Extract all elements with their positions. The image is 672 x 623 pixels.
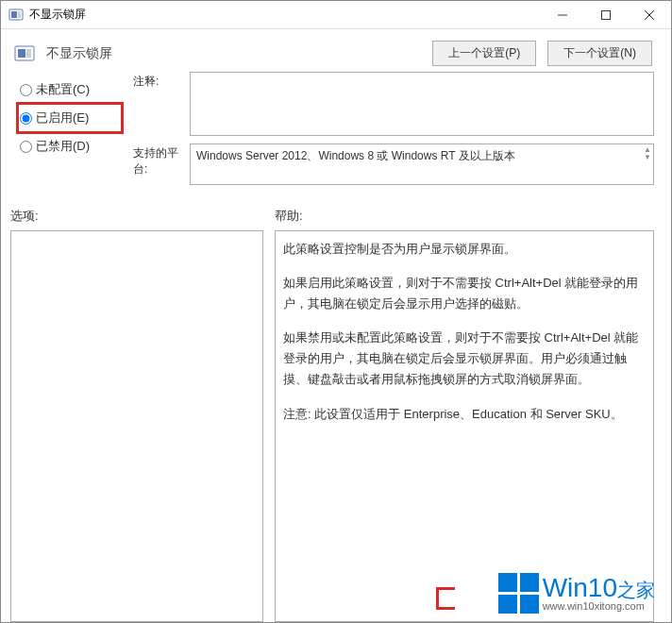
platform-field: 支持的平台: Windows Server 2012、Windows 8 或 W… (133, 143, 654, 185)
help-paragraph: 注意: 此设置仅适用于 Enterprise、Education 和 Serve… (283, 404, 646, 425)
radio-enabled[interactable]: 已启用(E) (18, 104, 122, 132)
window-title: 不显示锁屏 (29, 7, 541, 23)
supported-platform-box[interactable]: Windows Server 2012、Windows 8 或 Windows … (190, 143, 654, 185)
ok-button-highlight-fragment (436, 587, 455, 610)
state-radio-group: 未配置(C) 已启用(E) 已禁用(D) (18, 72, 122, 193)
comment-label: 注释: (133, 72, 190, 90)
titlebar: 不显示锁屏 (1, 1, 671, 29)
radio-enabled-input[interactable] (20, 112, 32, 125)
svg-rect-9 (26, 49, 31, 58)
svg-rect-8 (18, 49, 25, 58)
help-column: 帮助: 此策略设置控制是否为用户显示锁屏界面。 如果启用此策略设置，则对于不需要… (275, 202, 654, 622)
platform-spinner[interactable]: ▲ ▼ (644, 146, 651, 161)
minimize-button[interactable] (541, 1, 584, 28)
policy-editor-window: 不显示锁屏 不显示锁屏 上一个设置(P) 下一个设置(N) 未配置(C) (0, 0, 672, 623)
svg-rect-4 (602, 10, 611, 19)
platform-value: Windows Server 2012、Windows 8 或 Windows … (196, 149, 515, 162)
body-row: 选项: 帮助: 此策略设置控制是否为用户显示锁屏界面。 如果启用此策略设置，则对… (1, 196, 671, 622)
radio-disabled-input[interactable] (20, 141, 32, 153)
toolbar: 不显示锁屏 上一个设置(P) 下一个设置(N) (1, 29, 671, 72)
radio-not-configured-label: 未配置(C) (36, 81, 90, 98)
radio-disabled[interactable]: 已禁用(D) (18, 132, 122, 160)
svg-rect-1 (11, 11, 17, 18)
platform-label: 支持的平台: (133, 143, 190, 177)
comment-textarea[interactable] (190, 72, 654, 136)
window-controls (541, 1, 671, 28)
help-label: 帮助: (275, 202, 654, 230)
radio-enabled-label: 已启用(E) (36, 109, 89, 126)
svg-rect-2 (18, 11, 21, 18)
options-column: 选项: (10, 202, 263, 622)
config-row: 未配置(C) 已启用(E) 已禁用(D) 注释: 支持的平台: Windows … (1, 72, 671, 196)
windows-logo-icon (498, 573, 539, 614)
maximize-button[interactable] (584, 1, 628, 28)
options-panel[interactable] (10, 230, 263, 622)
radio-not-configured[interactable]: 未配置(C) (18, 76, 122, 104)
help-paragraph: 如果启用此策略设置，则对于不需要按 Ctrl+Alt+Del 就能登录的用户，其… (283, 273, 646, 314)
next-setting-button[interactable]: 下一个设置(N) (547, 41, 652, 66)
chevron-down-icon[interactable]: ▼ (644, 154, 651, 161)
help-paragraph: 此策略设置控制是否为用户显示锁屏界面。 (283, 239, 646, 260)
watermark-text: Win10之家 www.win10xitong.com (543, 575, 655, 612)
help-paragraph: 如果禁用或未配置此策略设置，则对于不需要按 Ctrl+Alt+Del 就能登录的… (283, 328, 646, 390)
watermark-suffix: 之家 (617, 580, 655, 600)
help-panel[interactable]: 此策略设置控制是否为用户显示锁屏界面。 如果启用此策略设置，则对于不需要按 Ct… (275, 230, 654, 622)
policy-icon-large (14, 43, 35, 64)
close-button[interactable] (628, 1, 671, 28)
watermark: Win10之家 www.win10xitong.com (498, 573, 655, 614)
watermark-url: www.win10xitong.com (543, 601, 655, 612)
watermark-brand: Win10 (543, 573, 617, 602)
config-right-column: 注释: 支持的平台: Windows Server 2012、Windows 8… (133, 72, 654, 193)
comment-field: 注释: (133, 72, 654, 136)
radio-not-configured-input[interactable] (20, 84, 32, 96)
previous-setting-button[interactable]: 上一个设置(P) (432, 41, 536, 66)
radio-disabled-label: 已禁用(D) (36, 138, 90, 155)
toolbar-title: 不显示锁屏 (46, 45, 421, 62)
options-label: 选项: (10, 202, 263, 230)
policy-icon (8, 8, 24, 23)
